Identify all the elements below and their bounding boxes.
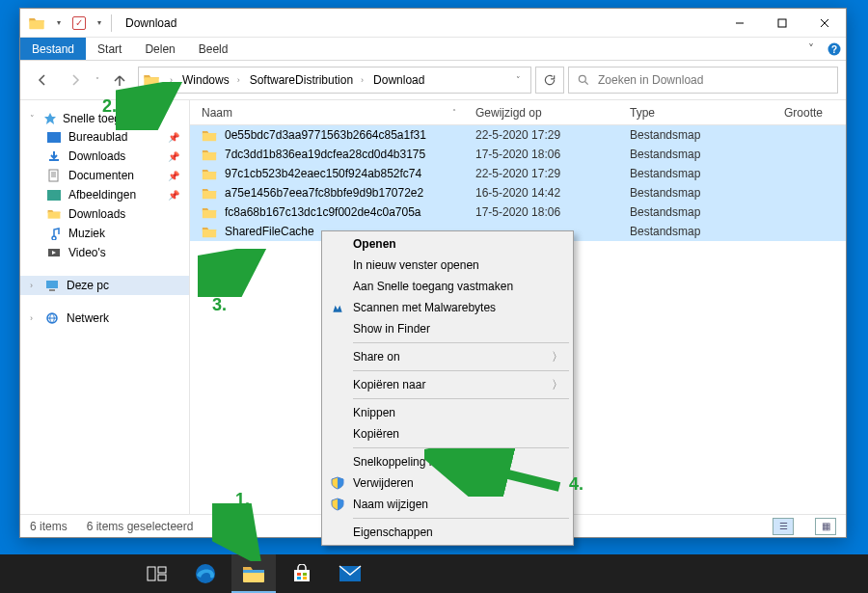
- video-icon: [47, 246, 61, 259]
- svg-rect-15: [46, 281, 58, 288]
- column-size[interactable]: Grootte: [784, 106, 846, 120]
- ribbon-tabs: Bestand Start Delen Beeld ˅ ?: [20, 38, 846, 61]
- column-modified[interactable]: Gewijzigd op: [475, 106, 630, 120]
- menu-create-shortcut[interactable]: Snelkoppeling maken: [324, 451, 571, 472]
- pin-icon: 📌: [168, 171, 179, 181]
- sidebar-this-pc[interactable]: › Deze pc: [20, 276, 189, 295]
- folder-icon: [202, 187, 217, 200]
- status-selected: 6 items geselecteerd: [87, 520, 194, 533]
- menu-open[interactable]: Openen: [324, 233, 571, 255]
- desktop-icon: [47, 132, 61, 143]
- address-dropdown-icon[interactable]: ˅: [510, 75, 527, 85]
- app-folder-icon: [28, 16, 45, 30]
- ribbon-collapse-icon[interactable]: ˅: [800, 38, 823, 60]
- search-icon: [577, 73, 590, 87]
- menu-copy-to[interactable]: Kopiëren naar〉: [324, 374, 571, 395]
- back-button[interactable]: [28, 67, 57, 94]
- menu-delete[interactable]: Verwijderen: [324, 472, 571, 494]
- tab-home[interactable]: Start: [86, 38, 133, 60]
- help-icon[interactable]: ?: [823, 38, 846, 60]
- sidebar-item-downloads-folder[interactable]: Downloads: [20, 204, 189, 224]
- svg-marker-8: [44, 113, 56, 124]
- file-modified: 17-5-2020 18:06: [475, 205, 630, 219]
- file-name: a75e1456b7eea7fc8bbfe9d9b17072e2: [225, 186, 423, 200]
- sidebar-item-desktop[interactable]: Bureaublad📌: [20, 127, 189, 147]
- sidebar-item-documents[interactable]: Documenten📌: [20, 166, 189, 185]
- taskbar-mail[interactable]: [328, 554, 372, 593]
- pin-icon: 📌: [168, 132, 179, 143]
- svg-rect-24: [297, 573, 301, 576]
- column-name[interactable]: Naam: [202, 106, 232, 120]
- menu-scan-malwarebytes[interactable]: Scannen met Malwarebytes: [324, 297, 571, 318]
- annotation-label: 1.: [235, 490, 250, 510]
- qat-properties-icon[interactable]: ✓: [72, 16, 86, 30]
- annotation-label: 2.: [102, 96, 117, 117]
- sidebar-item-pictures[interactable]: Afbeeldingen📌: [20, 185, 189, 204]
- svg-rect-26: [297, 577, 301, 580]
- maximize-button[interactable]: [761, 10, 803, 37]
- file-type: Bestandsmap: [630, 205, 784, 219]
- details-view-button[interactable]: ☰: [773, 518, 794, 535]
- file-row[interactable]: a75e1456b7eea7fc8bbfe9d9b17072e216-5-202…: [190, 183, 846, 202]
- tab-share[interactable]: Delen: [133, 38, 186, 60]
- taskbar-edge[interactable]: [183, 554, 228, 593]
- close-button[interactable]: [803, 10, 846, 37]
- column-headers[interactable]: Naam˄ Gewijzigd op Type Grootte: [190, 100, 846, 125]
- breadcrumb-root-chevron[interactable]: ›: [162, 67, 176, 93]
- sidebar-network[interactable]: › Netwerk: [20, 309, 189, 328]
- taskbar-explorer[interactable]: [231, 554, 276, 593]
- downloads-icon: [47, 149, 61, 163]
- file-type: Bestandsmap: [630, 148, 784, 161]
- qat-dropdown-icon[interactable]: ▾: [53, 18, 65, 27]
- history-dropdown-icon[interactable]: ˅: [94, 76, 101, 85]
- minimize-button[interactable]: [719, 10, 761, 37]
- menu-share-on[interactable]: Share on〉: [324, 346, 571, 367]
- menu-properties[interactable]: Eigenschappen: [324, 522, 571, 543]
- svg-rect-25: [303, 573, 307, 576]
- folder-icon: [202, 148, 217, 161]
- breadcrumb-item[interactable]: Windows›: [178, 67, 244, 93]
- menu-cut[interactable]: Knippen: [324, 402, 571, 423]
- sidebar-item-downloads[interactable]: Downloads📌: [20, 147, 189, 166]
- pin-icon: 📌: [168, 151, 179, 162]
- file-row[interactable]: 0e55bdc7d3aa9771563b2664c85a1f3122-5-202…: [190, 125, 846, 145]
- taskbar-taskview[interactable]: [135, 554, 179, 593]
- folder-icon: [47, 208, 61, 220]
- search-input[interactable]: Zoeken in Download: [568, 67, 838, 94]
- svg-rect-1: [778, 19, 786, 27]
- taskbar: [0, 554, 868, 593]
- file-type: Bestandsmap: [630, 167, 784, 180]
- qat-dropdown-icon[interactable]: ▾: [94, 18, 105, 27]
- icons-view-button[interactable]: ▦: [815, 518, 836, 535]
- file-modified: 17-5-2020 18:06: [475, 148, 630, 161]
- address-bar[interactable]: › Windows› SoftwareDistribution› Downloa…: [138, 67, 531, 94]
- sidebar-item-music[interactable]: Muziek: [20, 224, 189, 243]
- menu-pin-quick-access[interactable]: Aan Snelle toegang vastmaken: [324, 276, 571, 297]
- annotation-label: 3.: [212, 295, 227, 315]
- menu-show-in-finder[interactable]: Show in Finder: [324, 318, 571, 339]
- column-type[interactable]: Type: [630, 106, 784, 120]
- tab-view[interactable]: Beeld: [187, 38, 240, 60]
- menu-rename[interactable]: Naam wijzigen: [324, 494, 571, 515]
- context-menu: Openen In nieuw venster openen Aan Snell…: [321, 230, 574, 546]
- taskbar-store[interactable]: [280, 554, 324, 593]
- file-modified: 16-5-2020 14:42: [475, 186, 630, 200]
- menu-new-window[interactable]: In nieuw venster openen: [324, 255, 571, 276]
- up-button[interactable]: [105, 67, 134, 94]
- svg-rect-9: [49, 170, 58, 181]
- sidebar-item-videos[interactable]: Video's: [20, 243, 189, 262]
- forward-button[interactable]: [61, 67, 90, 94]
- file-row[interactable]: 7dc3dd1b836ea19dcfea28cd0d4b317517-5-202…: [190, 145, 846, 164]
- file-row[interactable]: 97c1cb523b42eaec150f924ab852fc7422-5-202…: [190, 164, 846, 183]
- chevron-right-icon: 〉: [552, 377, 563, 393]
- breadcrumb-item[interactable]: Download: [369, 67, 428, 93]
- file-row[interactable]: fc8a68b167c13dc1c9f002de4c0a705a17-5-202…: [190, 202, 846, 222]
- file-name: SharedFileCache: [225, 225, 314, 238]
- svg-rect-19: [158, 567, 166, 573]
- menu-copy[interactable]: Kopiëren: [324, 423, 571, 445]
- refresh-button[interactable]: [535, 67, 564, 94]
- folder-icon: [202, 226, 217, 238]
- file-modified: 22-5-2020 17:29: [475, 167, 630, 180]
- file-tab[interactable]: Bestand: [20, 38, 86, 60]
- breadcrumb-item[interactable]: SoftwareDistribution›: [246, 67, 367, 93]
